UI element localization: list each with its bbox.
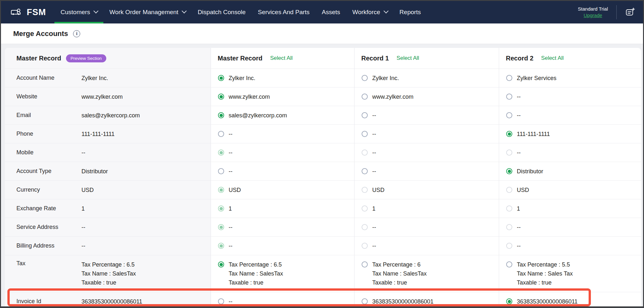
quick-create-icon[interactable] bbox=[625, 7, 635, 17]
radio-record-1-account-name[interactable] bbox=[362, 75, 368, 81]
value-cell-master-record-website: www.zylker.com bbox=[211, 87, 354, 106]
value-cell-record-1-account-type: -- bbox=[354, 162, 499, 180]
page-title: Merge Accounts bbox=[13, 30, 68, 38]
value-cell-master-record-billing-address: -- bbox=[211, 237, 354, 255]
radio-master-record-account-name[interactable] bbox=[218, 75, 224, 81]
radio-master-record-email[interactable] bbox=[218, 112, 224, 118]
cell-value: -- bbox=[229, 148, 232, 157]
cell-value: Zylker Inc. bbox=[372, 74, 399, 83]
upgrade-link[interactable]: Upgrade bbox=[584, 12, 602, 19]
field-label: Account Type bbox=[16, 168, 81, 175]
title-bar: Merge Accounts i bbox=[1, 23, 643, 44]
radio-record-1-exchange-rate bbox=[362, 205, 368, 212]
cell-value: Tax Percentage : 6Tax Name : SalesTaxTax… bbox=[372, 260, 427, 287]
nav-item-workforce[interactable]: Workforce bbox=[346, 1, 393, 23]
value-cell-master-record-tax: Tax Percentage : 6.5Tax Name : SalesTaxT… bbox=[211, 255, 354, 292]
value-cell-record-1-website: www.zylker.com bbox=[354, 87, 499, 106]
radio-record-1-invoice-id[interactable] bbox=[362, 298, 368, 304]
value-cell-record-1-exchange-rate: 1 bbox=[354, 199, 499, 218]
field-label: Website bbox=[16, 93, 81, 100]
cell-value: -- bbox=[372, 223, 376, 232]
radio-record-2-account-name[interactable] bbox=[506, 75, 512, 81]
merge-table: Master Record Preview Section Master Rec… bbox=[5, 48, 641, 308]
cell-value: Tax Percentage : 5.5Tax Name : Sales Tax… bbox=[517, 260, 573, 287]
value-cell-record-2-email: -- bbox=[499, 106, 641, 124]
select-all-master-record[interactable]: Select All bbox=[270, 55, 293, 61]
radio-record-2-invoice-id[interactable] bbox=[506, 298, 512, 304]
nav-item-reports[interactable]: Reports bbox=[393, 1, 427, 23]
info-icon[interactable]: i bbox=[73, 30, 80, 37]
field-cell-email: Emailsales@zylkercorp.com bbox=[5, 106, 211, 124]
page-body: Master Record Preview Section Master Rec… bbox=[1, 44, 643, 306]
select-all-record-1[interactable]: Select All bbox=[397, 55, 419, 61]
radio-master-record-website[interactable] bbox=[218, 94, 224, 100]
cell-value: 1 bbox=[372, 204, 375, 213]
value-cell-record-1-tax: Tax Percentage : 6Tax Name : SalesTaxTax… bbox=[354, 255, 499, 292]
nav-item-customers[interactable]: Customers bbox=[54, 1, 103, 23]
radio-master-record-service-address bbox=[218, 224, 224, 230]
nav-item-label: Workforce bbox=[352, 9, 380, 16]
radio-record-2-service-address bbox=[506, 224, 512, 230]
nav-item-services-and-parts[interactable]: Services And Parts bbox=[252, 1, 316, 23]
value-cell-record-2-mobile: -- bbox=[499, 143, 641, 162]
value-cell-master-record-email: sales@zylkercorp.com bbox=[211, 106, 354, 124]
cell-value: 1 bbox=[517, 204, 520, 213]
radio-master-record-invoice-id[interactable] bbox=[218, 298, 224, 304]
table-row-email: Emailsales@zylkercorp.comsales@zylkercor… bbox=[5, 106, 641, 125]
cell-value: USD bbox=[517, 186, 529, 195]
nav-item-dispatch-console[interactable]: Dispatch Console bbox=[192, 1, 252, 23]
value-cell-record-2-exchange-rate: 1 bbox=[499, 199, 641, 218]
value-cell-master-record-exchange-rate: 1 bbox=[211, 199, 354, 218]
nav-divider bbox=[616, 5, 617, 19]
cell-value: -- bbox=[372, 167, 376, 176]
table-header-row: Master Record Preview Section Master Rec… bbox=[5, 48, 641, 69]
value-cell-record-2-service-address: -- bbox=[499, 218, 641, 236]
radio-record-1-phone[interactable] bbox=[362, 131, 368, 137]
radio-record-1-tax[interactable] bbox=[362, 261, 368, 267]
nav-item-assets[interactable]: Assets bbox=[316, 1, 346, 23]
table-row-account-type: Account TypeDistributor----Distributor bbox=[5, 162, 641, 181]
record-column-title: Master Record bbox=[218, 55, 262, 62]
radio-record-2-tax[interactable] bbox=[506, 261, 512, 267]
nav-item-work-order-management[interactable]: Work Order Management bbox=[103, 1, 192, 23]
record-header-record-1: Record 1Select All bbox=[354, 48, 499, 68]
field-cell-account-type: Account TypeDistributor bbox=[5, 162, 211, 180]
radio-record-1-email[interactable] bbox=[362, 112, 368, 118]
table-row-phone: Phone111-111-1111----111-111-1111 bbox=[5, 125, 641, 143]
chevron-down-icon bbox=[384, 8, 389, 14]
radio-master-record-tax[interactable] bbox=[218, 261, 224, 267]
preview-value: 3638353000000086011 bbox=[81, 297, 142, 306]
field-cell-service-address: Service Address-- bbox=[5, 218, 211, 236]
cell-value: Distributor bbox=[517, 167, 543, 176]
preview-value: USD bbox=[81, 186, 94, 195]
cell-value: Zylker Services bbox=[517, 74, 556, 83]
field-cell-exchange-rate: Exchange Rate1 bbox=[5, 199, 211, 218]
radio-record-1-service-address bbox=[362, 224, 368, 230]
select-all-record-2[interactable]: Select All bbox=[541, 55, 564, 61]
preview-value: sales@zylkercorp.com bbox=[81, 111, 140, 120]
table-row-mobile: Mobile-------- bbox=[5, 143, 641, 162]
value-cell-record-1-account-name: Zylker Inc. bbox=[354, 69, 499, 87]
cell-value: -- bbox=[229, 223, 232, 232]
radio-master-record-exchange-rate bbox=[218, 205, 224, 212]
trial-label: Standard Trial bbox=[578, 6, 608, 12]
radio-record-2-email[interactable] bbox=[506, 112, 512, 118]
radio-master-record-account-type[interactable] bbox=[218, 168, 224, 174]
field-label: Exchange Rate bbox=[16, 205, 81, 212]
preview-value: -- bbox=[81, 223, 85, 232]
radio-master-record-phone[interactable] bbox=[218, 131, 224, 137]
cell-value: -- bbox=[229, 297, 232, 306]
table-row-invoice-id: Invoice Id3638353000000086011--363835300… bbox=[5, 292, 641, 308]
value-cell-record-2-invoice-id: 3638353000000086011 bbox=[499, 292, 641, 308]
radio-record-1-account-type[interactable] bbox=[362, 168, 368, 174]
radio-record-1-website[interactable] bbox=[362, 94, 368, 100]
brand[interactable]: FSM bbox=[1, 1, 54, 23]
field-label: Email bbox=[16, 112, 81, 119]
radio-record-2-website[interactable] bbox=[506, 94, 512, 100]
radio-record-2-account-type[interactable] bbox=[506, 168, 512, 174]
field-label: Currency bbox=[16, 186, 81, 193]
app-window: FSM CustomersWork Order ManagementDispat… bbox=[0, 0, 644, 308]
radio-record-2-phone[interactable] bbox=[506, 131, 512, 137]
field-label: Tax bbox=[16, 260, 81, 267]
cell-value: -- bbox=[372, 111, 376, 120]
